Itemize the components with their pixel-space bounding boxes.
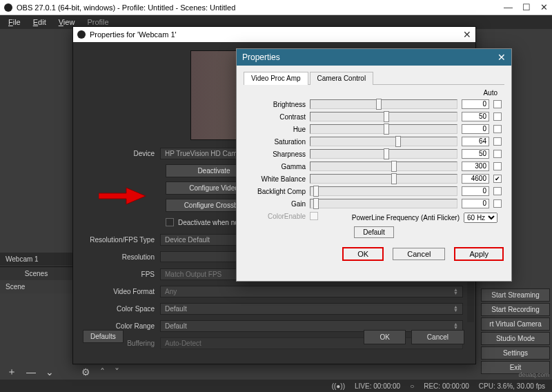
sharpness-label: Sharpness — [246, 150, 306, 158]
status-bar: ((●)) LIVE: 00:00:00 ○ REC: 00:00:00 CPU… — [0, 380, 552, 392]
whitebalance-value[interactable]: 4600 — [462, 174, 489, 184]
studio-mode-button[interactable]: Studio Mode — [481, 332, 550, 345]
videoprocamp-dialog: Properties ✕ Video Proc Amp Camera Contr… — [236, 48, 512, 282]
watermark: deuaq.com — [518, 371, 549, 378]
maximize-icon[interactable]: ☐ — [522, 2, 531, 12]
close-icon[interactable]: ✕ — [540, 2, 548, 12]
main-titlebar: OBS 27.0.1 (64-bit, windows) - Profile: … — [0, 0, 552, 15]
vpa-title: Properties — [242, 52, 497, 62]
whitebalance-auto-checkbox[interactable] — [493, 175, 502, 183]
close-icon[interactable]: ✕ — [497, 52, 506, 63]
video-format-label: Video Format — [86, 288, 160, 295]
source-webcam1[interactable]: Webcam 1 — [0, 253, 72, 266]
contrast-label: Contrast — [246, 113, 306, 121]
colorenable-label: ColorEnable — [246, 213, 306, 220]
colorenable-checkbox — [310, 212, 318, 220]
gain-slider[interactable] — [310, 199, 457, 208]
brightness-value[interactable]: 0 — [462, 99, 489, 109]
tab-camera-control[interactable]: Camera Control — [310, 72, 374, 85]
hue-auto-checkbox[interactable] — [493, 125, 502, 133]
auto-header: Auto — [246, 89, 502, 97]
device-label: Device — [86, 150, 160, 157]
contrast-value[interactable]: 50 — [462, 112, 489, 121]
hue-value[interactable]: 0 — [462, 124, 489, 134]
saturation-label: Saturation — [246, 138, 306, 146]
tab-video-proc-amp[interactable]: Video Proc Amp — [244, 72, 308, 85]
status-cpu: CPU: 3.6%, 30.00 fps — [479, 382, 545, 390]
vpa-ok-button[interactable]: OK — [343, 248, 383, 260]
whitebalance-slider[interactable] — [310, 174, 457, 184]
bottom-toolbar: ＋ — ⌄ ⚙ ˄ ˅ — [0, 364, 126, 380]
contrast-slider[interactable] — [310, 112, 457, 121]
app-icon — [4, 3, 12, 12]
window-title: OBS 27.0.1 (64-bit, windows) - Profile: … — [17, 3, 504, 12]
gamma-value[interactable]: 300 — [462, 161, 489, 171]
virtual-camera-button[interactable]: rt Virtual Camera — [481, 317, 550, 331]
hue-slider[interactable] — [310, 124, 457, 134]
color-space-label: Color Space — [86, 305, 160, 313]
up-icon[interactable]: ˄ — [97, 366, 108, 378]
gamma-slider[interactable] — [310, 161, 457, 171]
hue-label: Hue — [246, 126, 306, 133]
vpa-apply-button[interactable]: Apply — [455, 248, 503, 260]
saturation-auto-checkbox[interactable] — [493, 137, 502, 146]
obs-icon — [77, 30, 86, 39]
fps-label: FPS — [86, 271, 160, 278]
whitebalance-label: White Balance — [246, 175, 306, 183]
powerline-freq-label: PowerLine Frequency (Anti Flicker) — [352, 214, 460, 222]
sharpness-auto-checkbox[interactable] — [493, 150, 502, 158]
gain-auto-checkbox[interactable] — [493, 199, 502, 208]
resolution-label: Resolution — [86, 253, 160, 261]
brightness-slider[interactable] — [310, 99, 457, 109]
brightness-auto-checkbox[interactable] — [493, 100, 502, 108]
minimize-icon[interactable]: — — [504, 2, 513, 12]
color-range-label: Color Range — [86, 322, 160, 330]
powerline-freq-select[interactable]: 60 Hz — [464, 213, 497, 223]
start-recording-button[interactable]: Start Recording — [481, 303, 550, 316]
inner-ok-button[interactable]: OK — [364, 330, 405, 344]
gamma-auto-checkbox[interactable] — [493, 162, 502, 170]
inner-cancel-button[interactable]: Cancel — [411, 330, 464, 344]
backlight-label: Backlight Comp — [246, 188, 306, 195]
default-button[interactable]: Default — [354, 226, 394, 238]
down-icon[interactable]: ˅ — [112, 366, 122, 378]
defaults-button[interactable]: Defaults — [83, 330, 124, 343]
inner-window-title: Properties for 'Webcam 1' — [90, 30, 463, 39]
chevron-down-icon[interactable]: ⌄ — [43, 366, 57, 378]
res-type-label: Resolution/FPS Type — [86, 236, 160, 244]
status-rec: REC: 00:00:00 — [424, 382, 469, 390]
sharpness-slider[interactable] — [310, 149, 457, 159]
contrast-auto-checkbox[interactable] — [493, 112, 502, 121]
scenes-header: Scenes — [0, 266, 72, 280]
sharpness-value[interactable]: 50 — [462, 149, 489, 159]
status-live: LIVE: 00:00:00 — [355, 382, 400, 390]
backlight-value[interactable]: 0 — [462, 186, 489, 196]
close-icon[interactable]: ✕ — [463, 29, 471, 40]
brightness-label: Brightness — [246, 101, 306, 108]
start-streaming-button[interactable]: Start Streaming — [481, 288, 550, 302]
deactivate-when-checkbox[interactable] — [166, 218, 174, 226]
saturation-value[interactable]: 64 — [462, 137, 489, 146]
gain-value[interactable]: 0 — [462, 199, 489, 208]
scene-item[interactable]: Scene — [0, 280, 72, 293]
add-icon[interactable]: ＋ — [4, 366, 19, 378]
broadcast-icon: ((●)) — [332, 382, 345, 390]
menu-file[interactable]: File — [3, 17, 26, 28]
gamma-label: Gamma — [246, 163, 306, 170]
menu-edit[interactable]: Edit — [28, 17, 52, 28]
backlight-slider[interactable] — [310, 186, 457, 196]
backlight-auto-checkbox[interactable] — [493, 187, 502, 195]
rec-icon: ○ — [410, 382, 414, 390]
saturation-slider[interactable] — [310, 137, 457, 146]
color-space-select[interactable]: Default▲▼ — [160, 303, 463, 315]
settings-button[interactable]: Settings — [481, 346, 550, 360]
video-format-select[interactable]: Any▲▼ — [160, 286, 463, 297]
remove-icon[interactable]: — — [23, 366, 39, 378]
vpa-cancel-button[interactable]: Cancel — [393, 248, 445, 260]
gear-icon[interactable]: ⚙ — [79, 366, 93, 378]
gain-label: Gain — [246, 200, 306, 208]
